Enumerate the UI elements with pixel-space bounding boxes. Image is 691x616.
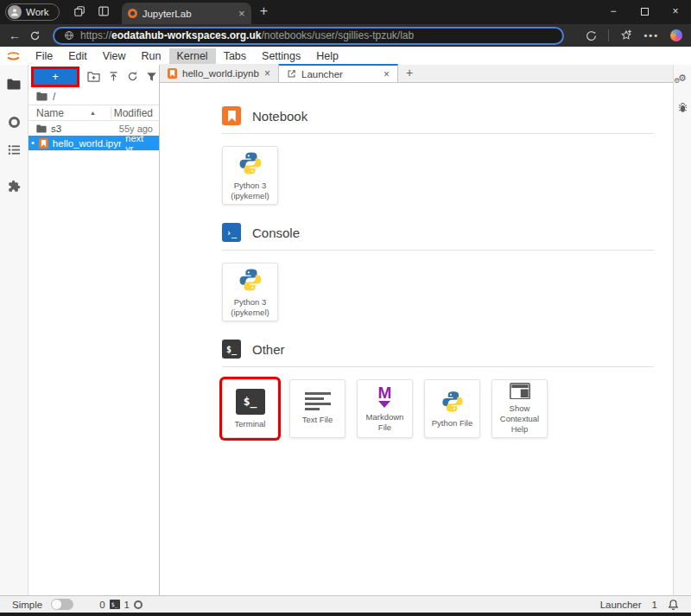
activity-bar	[0, 65, 29, 595]
profile-button[interactable]: Work	[5, 3, 60, 21]
jupyterlab-menubar: File Edit View Run Kernel Tabs Settings …	[0, 47, 691, 65]
highlight-box-new-launcher: +	[31, 67, 79, 87]
menu-run[interactable]: Run	[134, 48, 169, 64]
menu-view[interactable]: View	[95, 48, 134, 64]
launcher-section-notebook: Notebook Python 3(ipykernel)	[222, 106, 654, 205]
running-kernels-icon[interactable]	[0, 111, 29, 132]
launcher-card-notebook-python3[interactable]: Python 3(ipykernel)	[222, 146, 278, 205]
refresh-icon[interactable]	[29, 30, 41, 41]
card-label: Terminal	[235, 419, 266, 429]
right-sidebar: ⚙⚙	[673, 65, 691, 595]
table-of-contents-icon[interactable]	[0, 139, 29, 160]
section-divider	[222, 133, 654, 134]
menu-tabs[interactable]: Tabs	[216, 48, 254, 64]
file-name: hello_world.ipynb	[53, 138, 121, 149]
notebook-file-icon	[39, 138, 48, 149]
url-bar[interactable]: https://eodatahub-workspaces.org.uk/note…	[53, 27, 564, 45]
url-path: /notebooks/user/sgillies-tpzuk/lab	[261, 29, 414, 41]
section-divider	[222, 366, 654, 367]
python-logo-icon	[238, 150, 263, 176]
menu-help[interactable]: Help	[308, 48, 346, 64]
extensions-puzzle-icon[interactable]	[0, 175, 29, 196]
upload-icon[interactable]	[108, 71, 119, 82]
close-icon[interactable]: ×	[660, 0, 691, 22]
copilot-icon[interactable]	[670, 29, 682, 41]
card-label: Text File	[302, 415, 333, 425]
menu-edit[interactable]: Edit	[60, 48, 95, 64]
launcher-panel: Notebook Python 3(ipykernel)	[160, 83, 673, 595]
card-label: Python 3(ipykernel)	[231, 181, 269, 201]
launcher-card-python-file[interactable]: Python File	[424, 379, 480, 438]
notebook-file-icon	[168, 68, 177, 79]
filter-icon[interactable]	[146, 72, 157, 82]
launcher-card-text-file[interactable]: Text File	[289, 379, 346, 438]
dock-panel: hello_world.ipynb × Launcher × +	[160, 65, 673, 595]
menu-file[interactable]: File	[28, 48, 60, 64]
terminals-icon[interactable]: $_	[110, 600, 120, 609]
section-divider	[222, 250, 654, 251]
refresh-file-list-icon[interactable]	[127, 71, 138, 82]
kernels-icon[interactable]	[134, 600, 143, 609]
page-action-icon[interactable]	[586, 30, 597, 41]
launcher-section-other: $_ Other $_ Terminal Text F	[222, 340, 654, 438]
card-label: Markdown File	[360, 412, 409, 433]
workspaces-icon[interactable]	[73, 5, 86, 17]
breadcrumb[interactable]: /	[29, 88, 159, 105]
debugger-bug-icon[interactable]	[677, 102, 688, 114]
jupyter-favicon	[128, 9, 137, 18]
dock-tab-notebook[interactable]: hello_world.ipynb ×	[160, 64, 279, 82]
browser-window: Work JupyterLab × + − × ←	[0, 0, 691, 616]
file-row-hello-world[interactable]: • hello_world.ipynb next yr.	[29, 136, 159, 150]
url-domain: eodatahub-workspaces.org.uk	[111, 29, 261, 41]
profile-label: Work	[26, 7, 49, 17]
browser-tab-title: JupyterLab	[143, 9, 233, 19]
back-icon[interactable]: ←	[9, 29, 21, 42]
column-header-name[interactable]: Name ▲	[29, 107, 111, 119]
launcher-card-markdown-file[interactable]: M Markdown File	[357, 379, 413, 438]
menu-kernel[interactable]: Kernel	[169, 48, 216, 64]
minimize-icon[interactable]: −	[598, 0, 629, 22]
notification-bell-icon[interactable]	[668, 599, 679, 611]
file-browser-toolbar: +	[29, 65, 159, 88]
tab-close-icon[interactable]: ×	[238, 7, 245, 20]
launcher-card-contextual-help[interactable]: Show Contextual Help	[491, 379, 548, 438]
dock-tab-launcher[interactable]: Launcher ×	[279, 64, 398, 82]
add-tab-icon[interactable]: +	[398, 66, 421, 82]
simple-mode-toggle[interactable]	[51, 599, 73, 610]
url-scheme: https://	[80, 29, 111, 41]
property-inspector-icon[interactable]: ⚙⚙	[678, 73, 687, 83]
terminals-count: 0	[99, 600, 105, 610]
launcher-card-console-python3[interactable]: Python 3(ipykernel)	[222, 263, 278, 321]
sort-ascending-icon: ▲	[90, 110, 96, 116]
python-logo-icon	[238, 267, 263, 293]
folder-icon	[36, 92, 48, 101]
browser-toolbar: ← https://eodatahub-workspaces.org.uk/no…	[0, 24, 691, 47]
browser-tab-jupyterlab[interactable]: JupyterLab ×	[122, 3, 251, 24]
jupyter-logo-icon	[5, 50, 22, 62]
other-section-icon: $_	[222, 340, 241, 359]
launcher-icon	[287, 69, 296, 79]
file-browser-icon[interactable]	[0, 73, 29, 94]
vertical-tabs-icon[interactable]	[98, 5, 110, 17]
launcher-card-terminal[interactable]: $_ Terminal	[222, 379, 278, 438]
browser-menu-icon[interactable]: •••	[643, 30, 659, 41]
tab-close-icon[interactable]: ×	[384, 68, 390, 80]
new-folder-icon[interactable]	[87, 71, 100, 82]
file-name: s3	[51, 124, 61, 134]
tab-close-icon[interactable]: ×	[264, 67, 270, 79]
contextual-help-icon	[507, 383, 533, 399]
favorites-star-icon[interactable]	[620, 29, 632, 41]
card-label: Python 3(ipykernel)	[231, 297, 269, 318]
avatar	[8, 5, 22, 19]
current-activity-label: Launcher	[600, 600, 642, 610]
console-section-icon: ›_	[222, 223, 241, 242]
url-text: https://eodatahub-workspaces.org.uk/note…	[80, 29, 414, 41]
dock-tab-bar: hello_world.ipynb × Launcher × +	[160, 65, 673, 83]
breadcrumb-root[interactable]: /	[53, 91, 55, 103]
maximize-icon[interactable]	[629, 0, 660, 22]
notebook-section-icon	[222, 106, 241, 125]
new-launcher-button[interactable]: +	[34, 69, 77, 85]
menu-settings[interactable]: Settings	[254, 48, 308, 64]
new-tab-icon[interactable]: +	[260, 3, 268, 19]
column-header-modified[interactable]: Modified	[111, 107, 159, 119]
